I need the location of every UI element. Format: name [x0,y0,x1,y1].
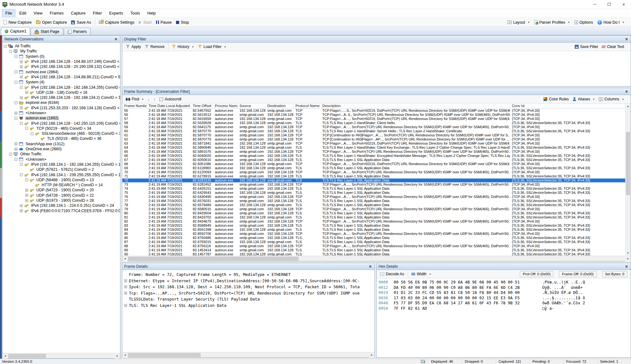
expander-icon[interactable]: + [124,304,127,307]
frame-detail-line[interactable]: +Ipv4: Src = 192.168.134.128, Dest = 142… [124,284,374,290]
tree-expander[interactable]: + [20,209,23,212]
parser-profiles-button[interactable]: Parser Profiles▼ [532,19,572,26]
table-row[interactable]: 562:41:18 AM 7/19/202182.5615512autorun.… [122,113,625,117]
scroll-right-arrow[interactable]: ► [115,353,120,359]
tree-expander[interactable]: - [15,55,17,58]
options-button[interactable]: Options [572,19,595,26]
scroll-right-arrow[interactable]: ► [625,256,631,261]
hex-row[interactable]: 0048F5 77 DF 95 D9 EA C6 68 14 27 A8 61 … [379,301,631,306]
tree-item[interactable]: +IPv6 (FE80:0:0:0:7193:77C4:CEE5:37E6 - … [3,208,120,213]
hex-row[interactable]: 005A7F FF 82 61 AD□ÿ a- [379,306,631,311]
close-icon[interactable]: × [624,37,629,41]
tree-expander[interactable]: - [20,163,23,166]
find-button[interactable]: Find▼ [124,96,146,102]
tree-item[interactable]: +IPv4 (192.168.134.128 - 192.168.134.2) … [3,95,120,100]
find-next-button[interactable]: ↓ [146,97,152,102]
tree-item[interactable]: +OneDrive.exe (2680) [3,146,120,152]
tree-expander[interactable]: + [25,189,28,192]
table-row[interactable]: 552:41:18 AM 7/19/202182.5457552autorun.… [122,109,625,113]
h-scrollbar[interactable]: ◄ ► [122,256,631,261]
table-row[interactable]: 892:41:19 AM 7/19/202183.1453414autorun.… [122,248,625,252]
scroll-left-arrow[interactable]: ◄ [122,256,128,261]
tree-item[interactable]: TLS (50219 - 465) ConvID = 36 [3,136,120,141]
tree-item[interactable]: -<Unknown> [3,157,120,162]
tree-item[interactable]: -SSLVersionSelector (465 - 50219) ConvID… [3,131,120,136]
tree-item[interactable]: +<Unknown> [3,110,120,116]
table-row[interactable]: 712:41:19 AM 7/19/202182.6278915autorun.… [122,174,625,178]
tree-expander[interactable]: - [25,127,28,130]
table-row[interactable]: 652:41:18 AM 7/19/202182.5891575autorun.… [122,150,625,154]
tab-parsers[interactable]: Parsers [64,28,91,35]
scrollbar-thumb[interactable] [8,354,46,358]
tree-item[interactable]: UDP (57621 - 57621) ConvID = 2 [3,167,120,172]
v-scrollbar[interactable]: ▲ ▼ [625,104,631,256]
menu-tools[interactable]: Tools [127,9,143,17]
tree-expander[interactable]: + [15,112,17,115]
table-row[interactable]: 802:41:19 AM 7/19/202182.8429504autorun.… [122,211,625,215]
menu-frames[interactable]: Frames [46,9,67,17]
tree-item[interactable]: +UDP (54723 - 1900) ConvID = 20 [3,188,120,193]
tree-item[interactable]: +SearchApp.exe (1312) [3,141,120,146]
tree-expander[interactable]: + [25,194,28,197]
remove-filter-button[interactable]: ✕Remove [143,44,167,50]
tree-expander[interactable]: + [20,75,23,78]
scroll-up-arrow[interactable]: ▲ [625,104,631,109]
menu-file[interactable]: File [2,9,15,17]
menu-view[interactable]: View [30,9,46,17]
column-header[interactable]: Description [320,104,510,108]
tree-expander[interactable]: + [25,91,28,94]
tree-item[interactable]: -IPv4 (192.168.134.1 - 239.255.255.250) … [3,172,120,177]
tree-expander[interactable]: - [15,70,17,73]
menu-capture[interactable]: Capture [67,9,89,17]
table-row[interactable]: 632:41:18 AM 7/19/202182.5871841autorun.… [122,141,625,146]
table-row[interactable]: 692:41:19 AM 7/19/202182.6118983autorun.… [122,166,625,170]
tree-item[interactable]: -IPv4 (192.168.134.1 - 192.168.134.255) … [3,162,120,167]
save-as-button[interactable]: Save As [69,19,93,26]
table-row[interactable]: 612:41:18 AM 7/19/202182.5870770autorun.… [122,133,625,137]
column-header[interactable]: Destination [265,104,294,108]
clear-text-button[interactable]: Clear Text [600,44,626,50]
table-row[interactable]: 812:41:19 AM 7/19/202182.8433702autorun.… [122,215,625,219]
table-row[interactable]: 732:41:19 AM 7/19/202182.6282452autorun.… [122,182,625,187]
start-button[interactable]: Start [137,19,154,26]
tree-item[interactable]: -System (0) [3,54,120,59]
tree-expander[interactable]: - [20,86,23,89]
scroll-right-arrow[interactable]: ► [369,352,374,358]
filter-text-area[interactable] [122,51,631,86]
table-row[interactable]: 662:41:19 AM 7/19/202182.6040020autorun.… [122,154,625,158]
hex-row[interactable]: 0012DA FD 40 00 80 06 00 00 C0 A8 86 80 … [379,285,631,290]
close-button[interactable]: × [616,0,631,9]
layout-button[interactable]: Layout▼ [505,19,532,26]
column-header[interactable]: Process Name [213,104,238,108]
color-rules-button[interactable]: Color Rules [542,96,571,102]
table-row[interactable]: 672:41:19 AM 7/19/202182.6050610autorun.… [122,158,625,162]
table-row[interactable]: 862:41:19 AM 7/19/202182.8750485autorun.… [122,236,625,240]
hex-row[interactable]: 003617 03 03 00 24 00 00 00 00 00 00 00 … [379,295,631,301]
table-row[interactable]: 782:41:19 AM 7/19/202182.6579484autorun.… [122,203,625,207]
columns-button[interactable]: Columns▼ [597,96,626,102]
tree-item[interactable]: -All Traffic [3,44,120,49]
table-row[interactable]: 742:41:19 AM 7/19/202182.6426151autorun.… [122,187,625,191]
tree-item[interactable]: +UDP (54726 - 1900) ConvID = 22 [3,193,120,198]
frame-detail-line[interactable]: +TLS: TLS Rec Layer-1 SSL Application Da… [124,302,374,309]
scroll-left-arrow[interactable]: ◄ [122,352,128,358]
table-row[interactable]: 592:41:18 AM 7/19/202182.5641175autorun.… [122,125,625,129]
save-filter-button[interactable]: Save Filter [573,44,600,50]
scroll-down-arrow[interactable]: ▼ [625,250,631,256]
tree-expander[interactable]: + [20,96,23,99]
capture-settings-button[interactable]: Capture Settings [97,19,137,26]
column-header[interactable]: Protocol Name [294,104,320,108]
hex-row[interactable]: 002401 D1 2C 33 FC CD 55 83 81 C8 50 18 … [379,290,631,295]
table-row[interactable]: 642:41:18 AM 7/19/202182.5890946autorun.… [122,146,625,150]
tree-expander[interactable]: - [25,178,28,181]
close-icon[interactable]: × [114,37,118,41]
tree-expander[interactable]: - [20,173,23,176]
table-row[interactable]: 602:41:18 AM 7/19/202182.5870770autorun.… [122,129,625,133]
table-row[interactable]: 842:41:19 AM 7/19/202182.8591398autorun.… [122,228,625,232]
table-row[interactable]: 722:41:19 AM 7/19/202182.6281535autorun.… [122,178,625,182]
close-icon[interactable]: × [624,264,629,269]
open-capture-button[interactable]: Open Capture [34,19,69,26]
tree-item[interactable]: -UDP (58488 - 1900) ConvID = 13 [3,177,120,182]
tab-start-page[interactable]: Start Page [31,28,63,35]
frame-detail-line[interactable]: TLSSSLData: Transport Layer Security (TL… [124,296,374,302]
